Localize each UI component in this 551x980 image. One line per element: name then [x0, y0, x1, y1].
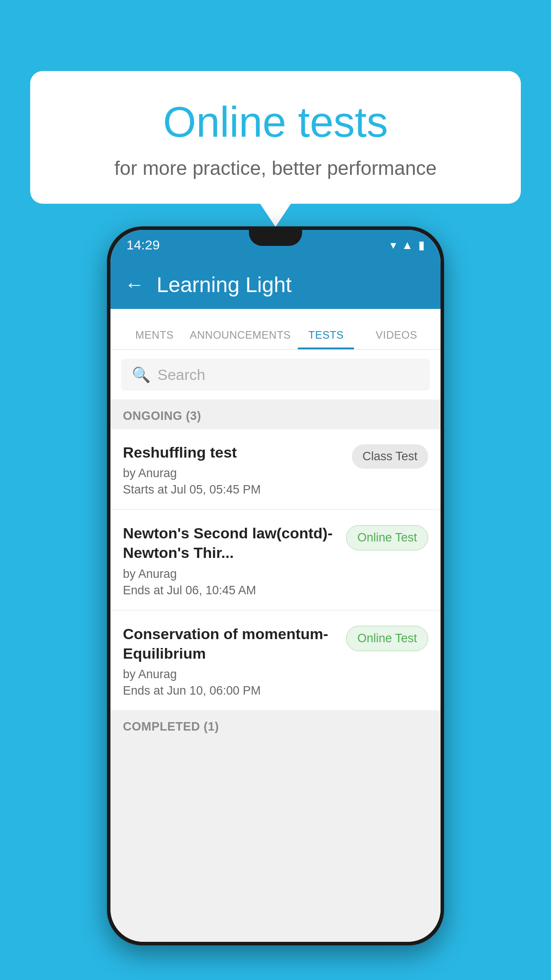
test-author-2: by Anurag	[123, 567, 339, 581]
test-author-1: by Anurag	[123, 466, 345, 480]
test-card-newton[interactable]: Newton's Second law(contd)-Newton's Thir…	[110, 510, 441, 609]
search-bar[interactable]: 🔍 Search	[121, 359, 430, 391]
search-container: 🔍 Search	[110, 350, 441, 399]
signal-icon: ▲	[401, 238, 413, 252]
tab-announcements[interactable]: ANNOUNCEMENTS	[190, 329, 291, 349]
test-card-reshuffling[interactable]: Reshuffling test by Anurag Starts at Jul…	[110, 429, 441, 509]
test-time-3: Ends at Jun 10, 06:00 PM	[123, 684, 339, 698]
test-time-1: Starts at Jul 05, 05:45 PM	[123, 483, 345, 497]
test-card-conservation[interactable]: Conservation of momentum-Equilibrium by …	[110, 611, 441, 710]
wifi-icon: ▾	[390, 238, 396, 252]
time-label-3: Ends at	[123, 684, 164, 697]
test-name-1: Reshuffling test	[123, 443, 345, 462]
test-info-1: Reshuffling test by Anurag Starts at Jul…	[123, 443, 345, 497]
phone-screen: 14:29 ▾ ▲ ▮ ← Learning Light MENTS ANNOU…	[110, 230, 441, 942]
test-author-3: by Anurag	[123, 668, 339, 681]
status-icons: ▾ ▲ ▮	[390, 238, 425, 252]
completed-section-header: COMPLETED (1)	[110, 711, 441, 740]
test-info-2: Newton's Second law(contd)-Newton's Thir…	[123, 523, 339, 597]
back-button[interactable]: ←	[125, 273, 144, 296]
status-time: 14:29	[126, 237, 160, 253]
tab-videos[interactable]: VIDEOS	[361, 329, 432, 349]
search-input[interactable]: Search	[157, 366, 205, 383]
test-name-2: Newton's Second law(contd)-Newton's Thir…	[123, 523, 339, 562]
background: Online tests for more practice, better p…	[0, 0, 551, 980]
test-time-2: Ends at Jul 06, 10:45 AM	[123, 584, 339, 597]
time-value-2: Jul 06, 10:45 AM	[167, 584, 256, 597]
bubble-title: Online tests	[52, 98, 499, 146]
status-bar: 14:29 ▾ ▲ ▮	[110, 230, 441, 260]
search-icon: 🔍	[132, 366, 150, 383]
badge-online-test-2: Online Test	[346, 525, 428, 550]
bubble-subtitle: for more practice, better performance	[52, 157, 499, 179]
notch	[249, 230, 302, 246]
badge-online-test-3: Online Test	[346, 626, 428, 651]
content-area: 🔍 Search ONGOING (3) Reshuffling test by…	[110, 350, 441, 942]
badge-class-test-1: Class Test	[352, 444, 428, 469]
time-label-2: Ends at	[123, 584, 164, 597]
time-value-1: Jul 05, 05:45 PM	[171, 483, 261, 496]
app-bar: ← Learning Light	[110, 260, 441, 309]
app-bar-title: Learning Light	[157, 273, 291, 297]
tab-ments[interactable]: MENTS	[119, 329, 190, 349]
time-value-3: Jun 10, 06:00 PM	[167, 684, 261, 697]
test-info-3: Conservation of momentum-Equilibrium by …	[123, 624, 339, 698]
battery-icon: ▮	[418, 238, 425, 252]
time-label-1: Starts at	[123, 483, 168, 496]
tab-tests[interactable]: TESTS	[291, 329, 362, 349]
speech-bubble: Online tests for more practice, better p…	[30, 71, 521, 204]
completed-title: COMPLETED (1)	[123, 720, 219, 733]
ongoing-section-header: ONGOING (3)	[110, 400, 441, 429]
phone-frame: 14:29 ▾ ▲ ▮ ← Learning Light MENTS ANNOU…	[107, 226, 444, 945]
tabs-bar: MENTS ANNOUNCEMENTS TESTS VIDEOS	[110, 309, 441, 350]
ongoing-title: ONGOING (3)	[123, 409, 201, 423]
test-name-3: Conservation of momentum-Equilibrium	[123, 624, 339, 663]
